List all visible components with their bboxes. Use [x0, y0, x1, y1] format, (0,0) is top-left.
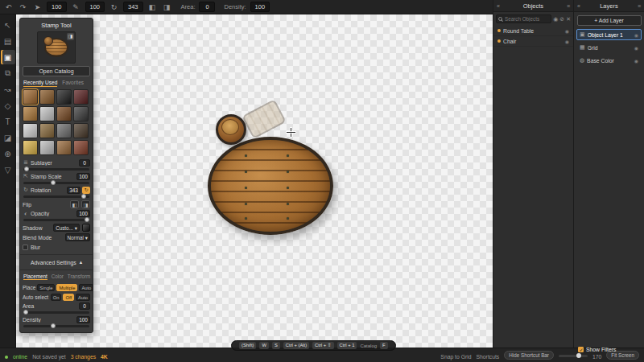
collapse-panel-icon[interactable]: «	[577, 3, 580, 9]
tab-recently-used[interactable]: Recently Used	[23, 80, 57, 87]
cursor-size-value[interactable]: 100	[47, 2, 67, 12]
barrel-object[interactable]	[216, 114, 246, 145]
quality-badge[interactable]: 4K	[101, 354, 108, 360]
density-value-field[interactable]: 100	[250, 2, 270, 12]
rotate-icon[interactable]: ↻	[109, 2, 119, 12]
stamp-thumb[interactable]	[73, 106, 89, 121]
rotation-value[interactable]: 343	[67, 187, 80, 194]
stamp-thumb-selected[interactable]	[23, 89, 38, 105]
show-filters-control[interactable]: Show Filters	[578, 347, 616, 352]
auto-select-on-button[interactable]: On	[51, 294, 62, 301]
layer-visibility-icon[interactable]: ◉	[634, 45, 638, 51]
area-slider[interactable]	[23, 311, 89, 314]
eraser-tool[interactable]: ◪	[1, 130, 15, 145]
stamp-thumb[interactable]	[73, 89, 89, 105]
round-table-object[interactable]	[208, 137, 333, 235]
save-tool[interactable]: ▽	[1, 162, 15, 177]
auto-select-off-button[interactable]: Off	[63, 294, 74, 301]
stamp-thumb[interactable]	[56, 89, 72, 105]
layer-item-base-color[interactable]: ◍ Base Color ◉	[576, 55, 642, 66]
show-all-icon[interactable]: ◉	[553, 16, 558, 23]
density-value[interactable]: 100	[76, 316, 90, 323]
undo-button[interactable]: ↶	[3, 2, 14, 12]
tab-placement[interactable]: Placement	[23, 274, 47, 280]
terrain-brush-tool[interactable]: ▤	[1, 34, 15, 48]
flip-horizontal-icon[interactable]: ◧	[147, 2, 158, 12]
shape-tool[interactable]: ◇	[1, 98, 15, 113]
advanced-settings-toggle[interactable]: Advanced Settings ▴	[23, 257, 90, 267]
layer-item-object-layer-1[interactable]: ▣ Object Layer 1 ◉	[576, 29, 642, 40]
stamp-thumb[interactable]	[56, 123, 72, 138]
clone-tool[interactable]: ⧉	[1, 66, 15, 80]
flip-horizontal-button[interactable]: ◧	[70, 200, 79, 208]
changes-count[interactable]: 3 changes	[71, 354, 96, 360]
density-slider[interactable]	[23, 325, 89, 327]
zoom-value[interactable]: 170	[592, 354, 601, 360]
auto-select-auto-button[interactable]: Auto	[76, 294, 90, 301]
rotation-value-field[interactable]: 343	[123, 2, 143, 12]
path-tool[interactable]: ↝	[1, 82, 15, 97]
flip-vertical-button[interactable]: ◨	[81, 200, 90, 208]
rotation-slider[interactable]	[23, 195, 89, 198]
show-filters-checkbox[interactable]	[578, 347, 584, 352]
stamp-thumb[interactable]	[23, 140, 38, 155]
random-rotation-button[interactable]: ↻	[82, 187, 90, 194]
selected-stamp-preview[interactable]: ◨	[37, 31, 76, 64]
stamp-thumb[interactable]	[39, 123, 55, 138]
panel-menu-icon[interactable]: ≡	[638, 3, 641, 9]
object-item-chair[interactable]: Chair ◉	[493, 36, 573, 47]
add-layer-button[interactable]: + Add Layer	[577, 15, 642, 26]
stamp-thumb[interactable]	[56, 106, 72, 121]
shadow-swatch[interactable]	[82, 224, 90, 232]
zoom-tool[interactable]: ⊕	[1, 146, 15, 161]
opacity-value[interactable]: 100	[76, 210, 90, 217]
sublayer-value[interactable]: 0	[79, 159, 90, 167]
hide-all-icon[interactable]: ⊘	[559, 16, 564, 23]
stamp-thumb[interactable]	[23, 106, 38, 121]
layer-visibility-icon[interactable]: ◉	[634, 58, 638, 64]
stamp-thumb[interactable]	[73, 140, 89, 155]
place-multiple-button[interactable]: Multiple	[56, 284, 77, 291]
blend-mode-dropdown[interactable]: Normal ▾	[65, 233, 90, 241]
zoom-slider[interactable]	[559, 355, 588, 357]
scale-value[interactable]: 100	[76, 173, 90, 180]
stamp-thumb[interactable]	[73, 123, 89, 138]
tab-color[interactable]: Color	[52, 274, 64, 280]
shadow-dropdown[interactable]: Custo... ▾	[53, 224, 80, 232]
place-auto-button[interactable]: Auto	[79, 284, 93, 291]
stamp-thumb[interactable]	[39, 89, 55, 105]
search-objects-input[interactable]	[496, 14, 551, 23]
brush-size-value[interactable]: 100	[85, 2, 105, 12]
stamp-thumb[interactable]	[39, 140, 55, 155]
snap-to-grid-toggle[interactable]: Snap to Grid	[440, 354, 471, 360]
tab-transform[interactable]: Transform	[68, 274, 90, 280]
stamp-thumb[interactable]	[39, 106, 55, 121]
redo-button[interactable]: ↷	[18, 2, 28, 12]
blur-checkbox[interactable]	[23, 245, 28, 250]
layer-visibility-icon[interactable]: ◉	[634, 32, 638, 38]
area-value[interactable]: 0	[79, 302, 90, 310]
object-visibility-icon[interactable]: ◉	[565, 28, 569, 34]
hide-shortcut-bar-button[interactable]: Hide Shortcut Bar	[504, 351, 554, 360]
layer-item-grid[interactable]: ▦ Grid ◉	[576, 42, 642, 53]
flip-vertical-icon[interactable]: ◨	[162, 2, 172, 12]
place-single-button[interactable]: Single	[37, 284, 55, 291]
stamp-tool[interactable]: ▣	[1, 50, 15, 64]
shortcuts-button[interactable]: Shortcuts	[477, 354, 500, 360]
panel-menu-icon[interactable]: ≡	[567, 3, 570, 9]
object-item-round-table[interactable]: Round Table ◉	[493, 26, 573, 36]
tab-favorites[interactable]: Favorites	[62, 80, 84, 87]
text-tool[interactable]: T	[1, 114, 15, 129]
opacity-slider[interactable]	[23, 219, 89, 221]
move-tool[interactable]: ↖	[1, 18, 15, 32]
scale-slider[interactable]	[23, 182, 89, 184]
clear-selection-icon[interactable]: ✕	[566, 16, 571, 23]
collapse-panel-icon[interactable]: «	[497, 3, 500, 9]
sublayer-slider[interactable]	[23, 168, 89, 171]
object-visibility-icon[interactable]: ◉	[565, 39, 569, 44]
area-value-field[interactable]: 0	[199, 2, 215, 12]
open-catalog-button[interactable]: Open Catalog	[23, 66, 90, 76]
stamp-thumb[interactable]	[23, 123, 38, 138]
preview-toggle-icon[interactable]: ◨	[67, 33, 74, 40]
stamp-thumb[interactable]	[56, 140, 72, 155]
